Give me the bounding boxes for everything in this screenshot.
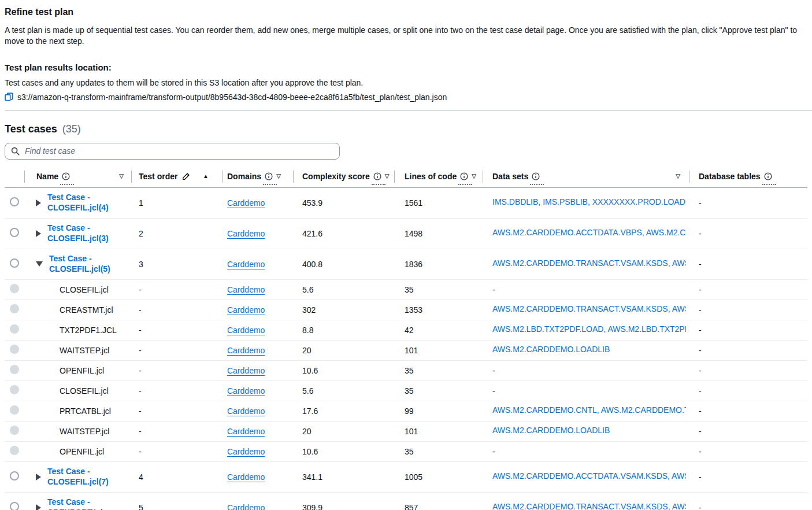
domain-link[interactable]: Carddemo bbox=[227, 229, 265, 238]
expand-icon[interactable] bbox=[36, 230, 41, 237]
collapse-icon[interactable] bbox=[36, 261, 43, 267]
job-name: PRTCATBL.jcl bbox=[36, 406, 111, 416]
data-sets-link[interactable]: AWS.M2.LBD.TXT2PDF.LOAD, AWS.M2.LBD.TXT2… bbox=[492, 324, 686, 334]
test-case-link[interactable]: Test Case -CLOSEFIL.jcl(5) bbox=[49, 254, 110, 274]
page-description: A test plan is made up of sequential tes… bbox=[5, 25, 807, 47]
info-icon[interactable] bbox=[460, 172, 468, 180]
database-tables-cell: - bbox=[689, 365, 807, 376]
test-case-link[interactable]: Test Case -CLOSEFIL.jcl(3) bbox=[47, 223, 109, 243]
table-row-child: OPENFIL.jcl - Carddemo 10.6 35 - - bbox=[5, 361, 807, 381]
test-cases-title: Test cases bbox=[5, 123, 57, 135]
data-sets-link[interactable]: AWS.M2.CARDDEMO.ACCTDATA.VBPS, AWS.M2.CA… bbox=[492, 228, 686, 237]
test-order-cell: - bbox=[132, 446, 223, 457]
lines-of-code-cell: 857 bbox=[395, 502, 483, 510]
table-row: Test Case -CLOSEFIL.jcl(4) 1 Carddemo 45… bbox=[5, 188, 807, 219]
domain-link[interactable]: Carddemo bbox=[227, 346, 265, 355]
info-icon[interactable] bbox=[532, 172, 540, 180]
column-header-lines-of-code[interactable]: Lines of code ▽ bbox=[395, 166, 483, 187]
complexity-score-cell: 341.1 bbox=[294, 471, 395, 483]
info-icon[interactable] bbox=[62, 172, 70, 180]
column-header-domains[interactable]: Domains ▽ bbox=[223, 166, 294, 187]
lines-of-code-cell: 42 bbox=[395, 324, 483, 336]
radio-button[interactable] bbox=[10, 471, 19, 481]
expand-icon[interactable] bbox=[36, 474, 41, 481]
info-icon[interactable] bbox=[373, 172, 381, 180]
database-tables-cell: - bbox=[689, 405, 807, 417]
radio-button-disabled bbox=[10, 405, 19, 415]
domain-link[interactable]: Carddemo bbox=[227, 472, 265, 482]
page-title: Refine test plan bbox=[5, 7, 807, 17]
radio-button-disabled bbox=[10, 365, 19, 374]
radio-button[interactable] bbox=[10, 258, 19, 268]
column-header-database-tables[interactable]: Database tables bbox=[689, 166, 807, 187]
test-order-cell: - bbox=[132, 426, 223, 437]
sort-icon[interactable]: ▽ bbox=[385, 173, 390, 179]
data-sets-link[interactable]: AWS.M2.CARDDEMO.TRANSACT.VSAM.KSDS, AWS.… bbox=[492, 502, 686, 510]
expand-icon[interactable] bbox=[36, 199, 41, 206]
domain-link[interactable]: Carddemo bbox=[227, 198, 265, 208]
edit-pencil-icon[interactable] bbox=[182, 172, 190, 180]
test-case-link[interactable]: Test Case -CBEXPORT.jcl bbox=[47, 497, 103, 510]
domain-link[interactable]: Carddemo bbox=[227, 386, 265, 396]
database-tables-cell: - bbox=[689, 197, 807, 209]
data-sets-link[interactable]: AWS.M2.CARDDEMO.ACCTDATA.VSAM.KSDS, AWS.… bbox=[492, 471, 686, 481]
domain-link[interactable]: Carddemo bbox=[227, 260, 265, 269]
info-icon[interactable] bbox=[265, 172, 273, 180]
sort-icon[interactable]: ▽ bbox=[676, 173, 680, 179]
test-order-cell: 4 bbox=[132, 471, 223, 483]
data-sets-link[interactable]: AWS.M2.CARDDEMO.LOADLIB bbox=[492, 426, 610, 435]
table-row-child: CREASTMT.jcl - Carddemo 302 1353 AWS.M2.… bbox=[5, 300, 807, 320]
domain-link[interactable]: Carddemo bbox=[227, 326, 265, 335]
complexity-score-cell: 17.6 bbox=[294, 405, 395, 417]
table-row-child: WAITSTEP.jcl - Carddemo 20 101 AWS.M2.CA… bbox=[5, 341, 807, 361]
test-case-link[interactable]: Test Case -CLOSEFIL.jcl(7) bbox=[47, 467, 109, 487]
radio-button[interactable] bbox=[10, 502, 19, 510]
domain-link[interactable]: Carddemo bbox=[227, 503, 265, 510]
column-header-name[interactable]: Name ▽ bbox=[25, 166, 132, 187]
column-header-data-sets[interactable]: Data sets ▽ bbox=[483, 166, 689, 187]
job-name: CLOSEFIL.jcl bbox=[36, 386, 109, 396]
search-input[interactable] bbox=[5, 143, 340, 160]
job-name: OPENFIL.jcl bbox=[36, 366, 104, 375]
test-order-cell: - bbox=[132, 365, 223, 376]
column-header-test-order[interactable]: Test order ▲ bbox=[132, 166, 223, 187]
domain-link[interactable]: Carddemo bbox=[227, 406, 265, 416]
domain-link[interactable]: Carddemo bbox=[227, 447, 265, 456]
table-row: Test Case -CBEXPORT.jcl 5 Carddemo 309.9… bbox=[5, 493, 807, 510]
info-icon[interactable] bbox=[764, 172, 772, 180]
sort-icon[interactable]: ▽ bbox=[472, 173, 476, 179]
domain-link[interactable]: Carddemo bbox=[227, 285, 265, 294]
table-row-child: PRTCATBL.jcl - Carddemo 17.6 99 AWS.M2.C… bbox=[5, 401, 807, 422]
s3-location-row: s3://amazon-q-transform-mainframe/transf… bbox=[5, 93, 807, 102]
sort-icon[interactable]: ▽ bbox=[119, 173, 124, 179]
data-sets-link[interactable]: AWS.M2.CARDDEMO.CNTL, AWS.M2.CARDDEMO.TC… bbox=[492, 405, 686, 415]
radio-button[interactable] bbox=[10, 228, 19, 237]
column-header-complexity-score[interactable]: Complexity score ▽ bbox=[294, 166, 395, 187]
results-location-heading: Test plan results location: bbox=[5, 62, 807, 72]
selection-column-header bbox=[5, 166, 25, 187]
lines-of-code-cell: 35 bbox=[395, 365, 483, 376]
job-name: CREASTMT.jcl bbox=[36, 305, 113, 315]
table-row: Test Case -CLOSEFIL.jcl(7) 4 Carddemo 34… bbox=[5, 462, 807, 493]
test-order-cell: - bbox=[132, 304, 223, 316]
data-sets-link[interactable]: AWS.M2.CARDDEMO.TRANSACT.VSAM.KSDS, AWS.… bbox=[492, 304, 686, 313]
domain-link[interactable]: Carddemo bbox=[227, 305, 265, 315]
copy-icon[interactable] bbox=[5, 93, 13, 101]
data-sets-link[interactable]: AWS.M2.CARDDEMO.LOADLIB bbox=[492, 345, 610, 354]
lines-of-code-cell: 101 bbox=[395, 345, 483, 356]
lines-of-code-cell: 101 bbox=[395, 426, 483, 437]
radio-button[interactable] bbox=[10, 197, 19, 206]
lines-of-code-cell: 35 bbox=[395, 446, 483, 457]
s3-uri: s3://amazon-q-transform-mainframe/transf… bbox=[17, 93, 447, 102]
data-sets-link[interactable]: IMS.DBDLIB, IMS.PSBLIB, XXXXXXXX.PROD.LO… bbox=[492, 197, 686, 206]
test-case-link[interactable]: Test Case -CLOSEFIL.jcl(4) bbox=[47, 193, 109, 213]
sort-icon[interactable]: ▽ bbox=[276, 173, 281, 179]
data-sets-link[interactable]: AWS.M2.CARDDEMO.TRANSACT.VSAM.KSDS, AWS.… bbox=[492, 258, 686, 268]
domain-link[interactable]: Carddemo bbox=[227, 427, 265, 436]
sort-ascending-icon[interactable]: ▲ bbox=[203, 173, 209, 179]
complexity-score-cell: 5.6 bbox=[294, 284, 395, 295]
table-row: Test Case -CLOSEFIL.jcl(3) 2 Carddemo 42… bbox=[5, 219, 807, 249]
expand-icon[interactable] bbox=[36, 504, 41, 510]
domain-link[interactable]: Carddemo bbox=[227, 366, 265, 375]
test-order-cell: 2 bbox=[132, 228, 223, 239]
